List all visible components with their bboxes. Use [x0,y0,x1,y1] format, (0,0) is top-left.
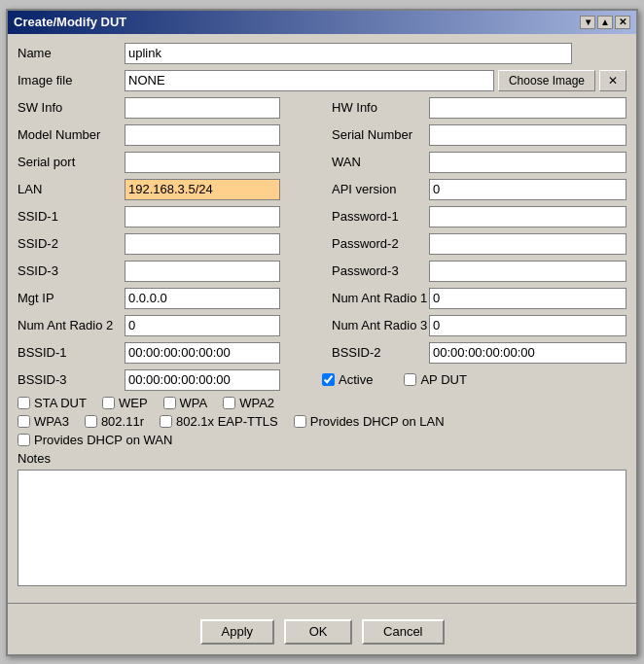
wpa3-label: WPA3 [34,414,69,429]
divider [8,603,636,604]
ssid1-input[interactable] [125,206,280,227]
serial-num-input[interactable] [429,124,626,146]
title-bar: Create/Modify DUT ▾ ▲ ✕ [8,11,636,34]
apply-button[interactable]: Apply [200,619,275,645]
mgt-ip-input[interactable] [125,288,280,309]
bssid1-bssid2-row: BSSID-1 BSSID-2 [18,341,626,365]
form-content: Name Image file Choose Image ✕ SW Info H… [8,34,636,597]
dot11r-label: 802.11r [101,414,144,429]
pwd3-input[interactable] [429,261,626,282]
main-window: Create/Modify DUT ▾ ▲ ✕ Name Image file … [6,9,638,656]
ssid1-label: SSID-1 [18,209,125,224]
ssid3-input[interactable] [125,261,280,282]
dot11r-checkbox[interactable] [85,415,97,428]
maximize-button[interactable]: ▲ [597,16,613,29]
minimize-button[interactable]: ▾ [580,16,595,29]
api-input[interactable] [429,179,626,200]
wpa3-checkbox-label[interactable]: WPA3 [18,414,69,429]
wep-checkbox-label[interactable]: WEP [102,396,148,410]
notes-textarea[interactable] [18,470,626,586]
dot11x-checkbox-label[interactable]: 802.1x EAP-TTLS [160,414,278,429]
name-label: Name [18,46,125,60]
num-ant-radio1-input[interactable] [429,288,626,309]
cancel-button[interactable]: Cancel [362,619,444,645]
image-label: Image file [18,73,125,87]
active-apdut-col: Active AP DUT [322,372,626,387]
dhcp-wan-checkbox[interactable] [18,434,30,446]
bssid3-col: BSSID-3 [18,369,322,391]
num-ant-radio3-input[interactable] [429,315,626,336]
ap-dut-checkbox-label[interactable]: AP DUT [404,372,466,387]
ssid2-col: SSID-2 [18,233,322,255]
serial-port-input[interactable] [125,152,280,173]
bssid1-label: BSSID-1 [18,345,125,360]
dot11r-checkbox-label[interactable]: 802.11r [85,414,144,429]
sta-dut-checkbox[interactable] [18,397,30,409]
num-ant-radio2-input[interactable] [125,315,280,336]
name-row: Name [18,42,626,65]
pwd2-col: Password-2 [322,233,626,255]
model-label: Model Number [18,127,125,142]
ssid2-pwd2-row: SSID-2 Password-2 [18,232,626,256]
radio2-radio3-row: Num Ant Radio 2 Num Ant Radio 3 [18,314,626,337]
active-checkbox-label[interactable]: Active [322,372,373,387]
hw-info-label: HW Info [322,100,429,115]
wep-checkbox[interactable] [102,397,115,409]
active-checkbox[interactable] [322,373,335,386]
close-window-button[interactable]: ✕ [615,16,630,29]
dhcp-lan-label: Provides DHCP on LAN [310,414,445,429]
pwd2-input[interactable] [429,233,626,255]
ssid3-col: SSID-3 [18,261,322,282]
bssid3-active-row: BSSID-3 Active AP DUT [18,368,626,392]
bssid3-input[interactable] [125,369,280,391]
wpa2-label: WPA2 [239,396,274,410]
dhcp-lan-checkbox-label[interactable]: Provides DHCP on LAN [294,414,445,429]
dhcp-lan-checkbox[interactable] [294,415,306,428]
wpa2-checkbox[interactable] [223,397,235,409]
name-input[interactable] [125,43,572,64]
image-row: Image file Choose Image ✕ [18,69,626,92]
clear-image-button[interactable]: ✕ [599,70,626,91]
hw-info-col: HW Info [322,97,626,119]
wan-input[interactable] [429,152,626,173]
bssid2-label: BSSID-2 [322,345,429,360]
api-label: API version [322,182,429,196]
title-bar-buttons: ▾ ▲ ✕ [580,16,630,29]
bssid2-input[interactable] [429,342,626,364]
sw-hw-row: SW Info HW Info [18,96,626,120]
dhcp-wan-checkbox-label[interactable]: Provides DHCP on WAN [18,433,172,447]
serial-num-label: Serial Number [322,127,429,142]
ssid2-label: SSID-2 [18,236,125,251]
wpa3-checkbox[interactable] [18,415,30,428]
bssid1-col: BSSID-1 [18,342,322,364]
lan-input[interactable] [125,179,280,200]
pwd1-col: Password-1 [322,206,626,227]
radio2-col: Num Ant Radio 2 [18,315,322,336]
sw-info-input[interactable] [125,97,280,119]
ssid3-pwd3-row: SSID-3 Password-3 [18,260,626,283]
image-input[interactable] [125,70,494,91]
pwd1-label: Password-1 [322,209,429,224]
wpa-checkbox-label[interactable]: WPA [163,396,208,410]
pwd1-input[interactable] [429,206,626,227]
ok-button[interactable]: OK [284,619,352,645]
bottom-buttons: Apply OK Cancel [8,610,636,654]
ssid3-label: SSID-3 [18,263,125,278]
wep-label: WEP [119,396,148,410]
hw-info-input[interactable] [429,97,626,119]
bssid2-col: BSSID-2 [322,342,626,364]
num-ant-radio1-label: Num Ant Radio 1 [322,291,429,305]
ap-dut-checkbox[interactable] [404,373,416,386]
sta-dut-checkbox-label[interactable]: STA DUT [18,396,87,410]
choose-image-button[interactable]: Choose Image [498,70,595,91]
wpa2-checkbox-label[interactable]: WPA2 [223,396,274,410]
dot11x-checkbox[interactable] [160,415,172,428]
num-ant-radio2-label: Num Ant Radio 2 [18,318,125,332]
notes-label: Notes [18,451,626,466]
wpa-checkbox[interactable] [163,397,176,409]
model-col: Model Number [18,124,322,146]
ssid2-input[interactable] [125,233,280,255]
model-input[interactable] [125,124,280,146]
bssid1-input[interactable] [125,342,280,364]
wpa-label: WPA [180,396,208,410]
